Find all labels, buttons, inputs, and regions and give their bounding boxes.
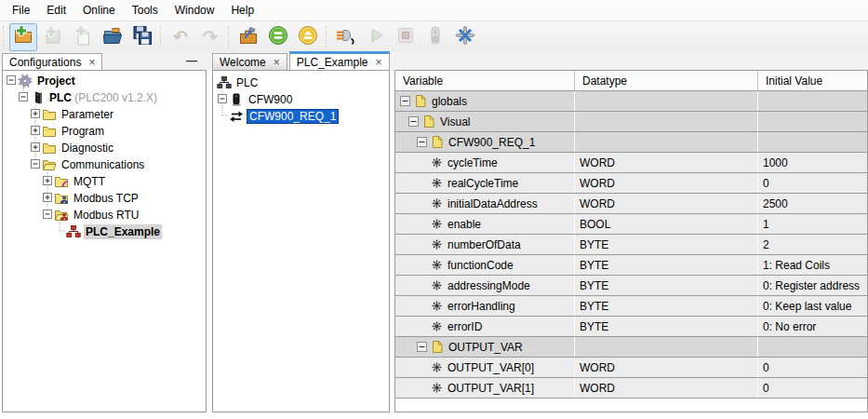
table-row-cfw900-req-1[interactable]: CFW900_REQ_1 bbox=[395, 132, 867, 153]
minimize-panel-icon[interactable]: — bbox=[186, 54, 197, 67]
stop-button[interactable] bbox=[392, 23, 420, 51]
column-header-datatype[interactable]: Datatype bbox=[575, 71, 758, 90]
table-row-output-var-0-[interactable]: OUTPUT_VAR[0]WORD0 bbox=[395, 358, 867, 378]
tree-item-plc[interactable]: PLC bbox=[216, 74, 389, 91]
initial-value-cell[interactable] bbox=[758, 91, 867, 111]
menu-tools[interactable]: Tools bbox=[124, 1, 167, 20]
toolbar-grip[interactable] bbox=[3, 26, 4, 48]
collapse-expander-icon[interactable] bbox=[400, 96, 410, 106]
io-jack-button[interactable] bbox=[451, 23, 479, 51]
initial-value-cell[interactable]: 1000 bbox=[758, 153, 867, 172]
tree-connector bbox=[216, 107, 228, 127]
initial-value-cell[interactable]: 0: Keep last value bbox=[758, 296, 867, 316]
tree-item-modbus-tcp[interactable]: Modbus TCP bbox=[5, 190, 206, 207]
tree-item-mqtt[interactable]: MQTT bbox=[5, 173, 206, 190]
initial-value-cell[interactable] bbox=[758, 132, 867, 152]
power-switch-button[interactable] bbox=[421, 23, 449, 51]
initial-value-cell[interactable]: 0: No error bbox=[758, 317, 867, 336]
table-row-output-var[interactable]: OUTPUT_VAR bbox=[395, 337, 867, 358]
tree-item-label: CFW900 bbox=[247, 92, 294, 107]
table-row-errorhandling[interactable]: errorHandlingBYTE0: Keep last value bbox=[395, 296, 867, 317]
toolbar-grip[interactable] bbox=[228, 26, 229, 48]
tree-item-communications[interactable]: Communications bbox=[5, 156, 206, 173]
close-icon[interactable]: × bbox=[376, 58, 382, 67]
initial-value-cell[interactable]: 0 bbox=[758, 358, 867, 377]
tree-item-modbus-rtu[interactable]: Modbus RTU bbox=[5, 207, 206, 223]
open-project-button[interactable] bbox=[99, 23, 127, 51]
run-button[interactable] bbox=[362, 23, 390, 51]
column-header-variable[interactable]: Variable bbox=[395, 71, 575, 90]
initial-value-cell[interactable]: 0: Register address bbox=[758, 276, 867, 295]
initial-value-cell[interactable] bbox=[758, 112, 867, 131]
toolbar-group: ↶↷ bbox=[157, 23, 225, 51]
close-icon[interactable]: × bbox=[274, 58, 280, 67]
tree-item-project[interactable]: Project bbox=[5, 73, 206, 89]
collapse-expander-icon[interactable] bbox=[417, 137, 427, 147]
tree-item-cfw900-req-1[interactable]: CFW900_REQ_1 bbox=[216, 108, 389, 125]
variable-cell: errorID bbox=[395, 317, 575, 336]
build-button[interactable] bbox=[234, 23, 262, 51]
new-file-button[interactable] bbox=[69, 23, 97, 51]
variable-gear-icon bbox=[432, 157, 442, 168]
collapse-expander-icon[interactable] bbox=[408, 116, 419, 127]
collapse-expander-icon[interactable] bbox=[41, 206, 53, 225]
tab-configurations[interactable]: Configurations × bbox=[2, 53, 102, 71]
initial-value-cell[interactable]: 0 bbox=[758, 173, 867, 193]
tree-item-plc[interactable]: PLC (PLC200 v1.2.X) bbox=[5, 89, 206, 106]
configurations-tree: ProjectPLC (PLC200 v1.2.X)ParameterProgr… bbox=[5, 73, 206, 240]
initial-value-cell[interactable]: 2500 bbox=[758, 194, 867, 213]
table-row-output-var-1-[interactable]: OUTPUT_VAR[1]WORD0 bbox=[395, 378, 867, 399]
tree-item-diagnostic[interactable]: Diagnostic bbox=[5, 140, 206, 156]
column-header-initial-value[interactable]: Initial Value bbox=[758, 71, 867, 90]
tree-item-plc-example[interactable]: PLC_Example bbox=[5, 223, 206, 240]
undo-button[interactable]: ↶ bbox=[167, 23, 194, 51]
initial-value-cell[interactable]: 0 bbox=[758, 378, 867, 398]
table-row-initialdataaddress[interactable]: initialDataAddressWORD2500 bbox=[395, 194, 867, 214]
initial-value-cell[interactable] bbox=[758, 337, 867, 357]
variable-gear-icon bbox=[432, 362, 442, 372]
variable-gear-icon bbox=[432, 219, 442, 229]
save-all-button[interactable] bbox=[128, 23, 156, 51]
toolbar-grip[interactable] bbox=[326, 26, 327, 48]
collapse-expander-icon[interactable] bbox=[29, 155, 41, 175]
menu-help[interactable]: Help bbox=[222, 1, 262, 20]
tab-plc-example[interactable]: PLC_Example× bbox=[289, 51, 390, 71]
collapse-expander-icon[interactable] bbox=[417, 342, 427, 352]
initial-value-cell[interactable]: 1: Read Coils bbox=[758, 255, 867, 275]
table-row-functioncode[interactable]: functionCodeBYTE1: Read Coils bbox=[395, 255, 867, 276]
connect-button[interactable] bbox=[332, 23, 360, 51]
variable-name: addressingMode bbox=[447, 279, 530, 292]
upload-button[interactable] bbox=[294, 23, 322, 51]
toolbar-grip[interactable] bbox=[160, 26, 161, 48]
datatype-cell bbox=[575, 91, 758, 111]
download-button[interactable] bbox=[264, 23, 292, 51]
initial-value-cell[interactable]: 1 bbox=[758, 214, 867, 234]
tree-item-cfw900[interactable]: CFW900 bbox=[216, 91, 389, 108]
table-row-numberofdata[interactable]: numberOfDataBYTE2 bbox=[395, 235, 867, 255]
variable-cell: Visual bbox=[395, 112, 575, 131]
collapse-expander-icon[interactable] bbox=[17, 88, 29, 108]
menu-online[interactable]: Online bbox=[74, 1, 124, 20]
new-project-button[interactable] bbox=[9, 23, 37, 51]
new-module-button[interactable] bbox=[39, 23, 67, 51]
redo-button[interactable]: ↷ bbox=[196, 23, 224, 51]
table-row-visual[interactable]: Visual bbox=[395, 112, 867, 132]
table-row-globals[interactable]: globals bbox=[395, 91, 867, 112]
variable-gear-icon bbox=[432, 321, 442, 331]
menu-file[interactable]: File bbox=[4, 1, 38, 20]
table-row-enable[interactable]: enableBOOL1 bbox=[395, 214, 867, 235]
close-icon[interactable]: × bbox=[88, 58, 95, 67]
table-row-addressingmode[interactable]: addressingModeBYTE0: Register address bbox=[395, 276, 867, 296]
table-row-cycletime[interactable]: cycleTimeWORD1000 bbox=[395, 153, 867, 173]
variable-name: enable bbox=[447, 218, 481, 231]
collapse-expander-icon[interactable] bbox=[5, 72, 17, 91]
tree-item-program[interactable]: Program bbox=[5, 123, 206, 140]
tree-item-parameter[interactable]: Parameter bbox=[5, 106, 206, 123]
menu-edit[interactable]: Edit bbox=[38, 1, 74, 20]
initial-value-cell[interactable]: 2 bbox=[758, 235, 867, 254]
variable-gear-icon bbox=[432, 260, 442, 270]
table-row-realcycletime[interactable]: realCycleTimeWORD0 bbox=[395, 173, 867, 194]
table-row-errorid[interactable]: errorIDBYTE0: No error bbox=[395, 317, 867, 337]
tab-welcome[interactable]: Welcome× bbox=[212, 53, 287, 71]
menu-window[interactable]: Window bbox=[167, 1, 223, 20]
